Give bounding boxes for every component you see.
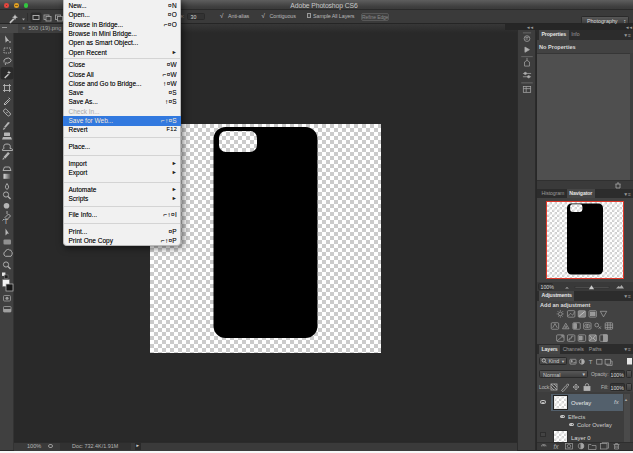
svg-text:fx: fx xyxy=(554,443,560,450)
svg-text:T: T xyxy=(589,358,593,365)
svg-text:T: T xyxy=(4,217,9,226)
